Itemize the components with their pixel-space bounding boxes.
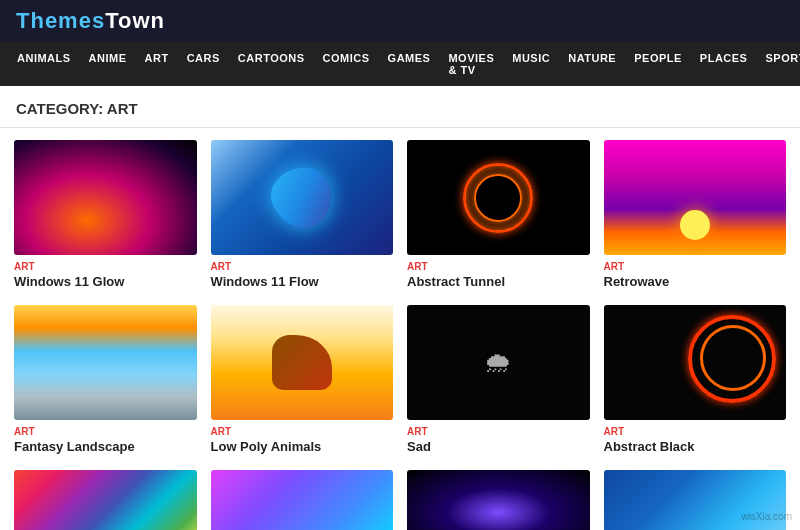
card-title-8: Abstract Black <box>604 439 787 456</box>
nav-item-art[interactable]: ART <box>136 42 178 86</box>
site-logo[interactable]: ThemesTown <box>16 8 165 34</box>
nav-link-places[interactable]: PLACES <box>691 42 757 74</box>
card-windows-11-glow[interactable]: ART Windows 11 Glow <box>14 140 197 291</box>
nav-item-comics[interactable]: COMICS <box>314 42 379 86</box>
card-title-3: Abstract Tunnel <box>407 274 590 291</box>
card-category-5: ART <box>14 426 197 437</box>
nav-link-animals[interactable]: ANIMALS <box>8 42 80 74</box>
card-title-1: Windows 11 Glow <box>14 274 197 291</box>
card-partial-3[interactable] <box>407 470 590 530</box>
card-category-2: ART <box>211 261 394 272</box>
nav-link-movies[interactable]: MOVIES & TV <box>439 42 503 86</box>
card-windows-11-flow[interactable]: ART Windows 11 Flow <box>211 140 394 291</box>
nav-link-nature[interactable]: NATURE <box>559 42 625 74</box>
card-thumb-5 <box>14 305 197 420</box>
nav-item-places[interactable]: PLACES <box>691 42 757 86</box>
nav-item-cars[interactable]: CARS <box>178 42 229 86</box>
card-thumb-8 <box>604 305 787 420</box>
card-thumb-partial-2 <box>211 470 394 530</box>
card-partial-1[interactable] <box>14 470 197 530</box>
card-category-8: ART <box>604 426 787 437</box>
nav-item-movies[interactable]: MOVIES & TV <box>439 42 503 86</box>
card-thumb-partial-1 <box>14 470 197 530</box>
card-thumb-3 <box>407 140 590 255</box>
nav-link-music[interactable]: MUSIC <box>503 42 559 74</box>
card-title-6: Low Poly Animals <box>211 439 394 456</box>
card-title-4: Retrowave <box>604 274 787 291</box>
card-partial-4[interactable] <box>604 470 787 530</box>
nav-item-people[interactable]: PEOPLE <box>625 42 691 86</box>
nav-link-sports[interactable]: SPORTS <box>756 42 800 74</box>
card-thumb-4 <box>604 140 787 255</box>
card-title-5: Fantasy Landscape <box>14 439 197 456</box>
card-title-2: Windows 11 Flow <box>211 274 394 291</box>
card-grid: ART Windows 11 Glow ART Windows 11 Flow … <box>0 140 800 470</box>
card-thumb-6 <box>211 305 394 420</box>
card-title-7: Sad <box>407 439 590 456</box>
nav-link-comics[interactable]: COMICS <box>314 42 379 74</box>
partial-card-grid <box>0 470 800 530</box>
nav-link-cartoons[interactable]: CARTOONS <box>229 42 314 74</box>
card-thumb-partial-4 <box>604 470 787 530</box>
nav-item-sports[interactable]: SPORTS <box>756 42 800 86</box>
card-category-4: ART <box>604 261 787 272</box>
card-retrowave[interactable]: ART Retrowave <box>604 140 787 291</box>
nav-list: ANIMALS ANIME ART CARS CARTOONS COMICS G… <box>8 42 800 86</box>
nav-link-games[interactable]: GAMES <box>379 42 440 74</box>
card-fantasy-landscape[interactable]: ART Fantasy Landscape <box>14 305 197 456</box>
card-category-6: ART <box>211 426 394 437</box>
nav-link-people[interactable]: PEOPLE <box>625 42 691 74</box>
nav-item-music[interactable]: MUSIC <box>503 42 559 86</box>
nav-item-animals[interactable]: ANIMALS <box>8 42 80 86</box>
nav-item-nature[interactable]: NATURE <box>559 42 625 86</box>
card-category-1: ART <box>14 261 197 272</box>
site-header: ThemesTown <box>0 0 800 42</box>
card-thumb-partial-3 <box>407 470 590 530</box>
cloud-rain-icon: 🌧 <box>484 346 512 379</box>
nav-link-cars[interactable]: CARS <box>178 42 229 74</box>
nav-item-anime[interactable]: ANIME <box>80 42 136 86</box>
category-title: CATEGORY: ART <box>0 86 800 128</box>
card-category-7: ART <box>407 426 590 437</box>
card-thumb-1 <box>14 140 197 255</box>
card-category-3: ART <box>407 261 590 272</box>
nav-link-art[interactable]: ART <box>136 42 178 74</box>
nav-item-games[interactable]: GAMES <box>379 42 440 86</box>
card-thumb-2 <box>211 140 394 255</box>
main-nav: ANIMALS ANIME ART CARS CARTOONS COMICS G… <box>0 42 800 86</box>
nav-item-cartoons[interactable]: CARTOONS <box>229 42 314 86</box>
card-sad[interactable]: 🌧 ART Sad <box>407 305 590 456</box>
card-partial-2[interactable] <box>211 470 394 530</box>
card-abstract-black[interactable]: ART Abstract Black <box>604 305 787 456</box>
card-thumb-7: 🌧 <box>407 305 590 420</box>
card-abstract-tunnel[interactable]: ART Abstract Tunnel <box>407 140 590 291</box>
nav-link-anime[interactable]: ANIME <box>80 42 136 74</box>
card-low-poly-animals[interactable]: ART Low Poly Animals <box>211 305 394 456</box>
